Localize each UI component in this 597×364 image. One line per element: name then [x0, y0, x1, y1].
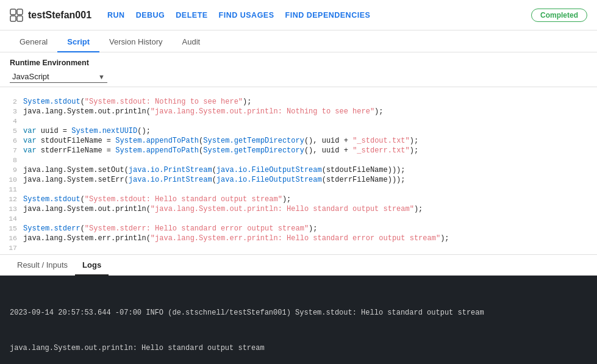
log-output: 2023-09-14 20:57:53.644 -07:00 INFO (de.… [0, 276, 597, 364]
code-row: 13 java.lang.System.out.println("java.la… [0, 204, 597, 214]
svg-rect-1 [17, 9, 23, 15]
nav-find-dependencies[interactable]: FIND DEPENDENCIES [285, 11, 371, 20]
runtime-value: JavaScript [12, 72, 93, 81]
top-header: testStefan001 RUN DEBUG DELETE FIND USAG… [0, 0, 597, 30]
top-nav: RUN DEBUG DELETE FIND USAGES FIND DEPEND… [107, 11, 370, 20]
log-line-2: java.lang.System.out.println: Hello stan… [10, 343, 587, 354]
code-row: 9 java.lang.System.setOut(java.io.PrintS… [0, 165, 597, 175]
code-row: 5 var uuid = System.nextUUID(); [0, 126, 597, 136]
tab-script[interactable]: Script [57, 32, 99, 52]
nav-delete[interactable]: DELETE [176, 11, 207, 20]
tab-result-inputs[interactable]: Result / Inputs [10, 255, 75, 276]
log-line-1: 2023-09-14 20:57:53.644 -07:00 INFO (de.… [10, 307, 587, 319]
runtime-label: Runtime Environment [10, 59, 587, 67]
code-row: 12 System.stdout("System.stdout: Hello s… [0, 194, 597, 204]
tab-audit[interactable]: Audit [173, 32, 210, 52]
svg-rect-3 [17, 16, 23, 21]
status-badge: Completed [531, 9, 587, 22]
nav-find-usages[interactable]: FIND USAGES [219, 11, 274, 20]
code-row: 14 [0, 214, 597, 224]
svg-rect-2 [10, 16, 16, 21]
code-lines: 2 System.stdout("System.stdout: Nothing … [0, 87, 597, 253]
code-row: 6 var stdoutFileName = System.appendToPa… [0, 136, 597, 146]
app-logo-icon [10, 9, 23, 22]
svg-rect-0 [10, 9, 16, 15]
code-row: 4 [0, 116, 597, 126]
code-row [0, 87, 597, 97]
code-row: 7 var stderrFileName = System.appendToPa… [0, 146, 597, 155]
app-title: testStefan001 [28, 10, 91, 21]
code-row: 16 java.lang.System.err.println("java.la… [0, 234, 597, 243]
tab-logs[interactable]: Logs [75, 255, 109, 276]
tab-general[interactable]: General [10, 32, 57, 52]
code-row: 15 System.stderr("System.stderr: Hello s… [0, 224, 597, 234]
code-row: 8 [0, 155, 597, 165]
code-row: 10 java.lang.System.setErr(java.io.Print… [0, 175, 597, 185]
code-row: 11 [0, 185, 597, 194]
runtime-dropdown[interactable]: JavaScript ▼ [10, 71, 107, 83]
tab-version-history[interactable]: Version History [99, 32, 172, 52]
nav-debug[interactable]: DEBUG [136, 11, 165, 20]
app-logo: testStefan001 [10, 9, 91, 22]
code-editor: 2 System.stdout("System.stdout: Nothing … [0, 87, 597, 255]
chevron-down-icon: ▼ [98, 73, 105, 80]
code-row: 17 [0, 243, 597, 253]
tabs-bar: General Script Version History Audit [0, 30, 597, 52]
bottom-tabs: Result / Inputs Logs [0, 255, 597, 276]
code-row: 2 System.stdout("System.stdout: Nothing … [0, 97, 597, 107]
runtime-section: Runtime Environment JavaScript ▼ [0, 52, 597, 87]
code-row: 3 java.lang.System.out.println("java.lan… [0, 107, 597, 116]
nav-run[interactable]: RUN [107, 11, 125, 20]
